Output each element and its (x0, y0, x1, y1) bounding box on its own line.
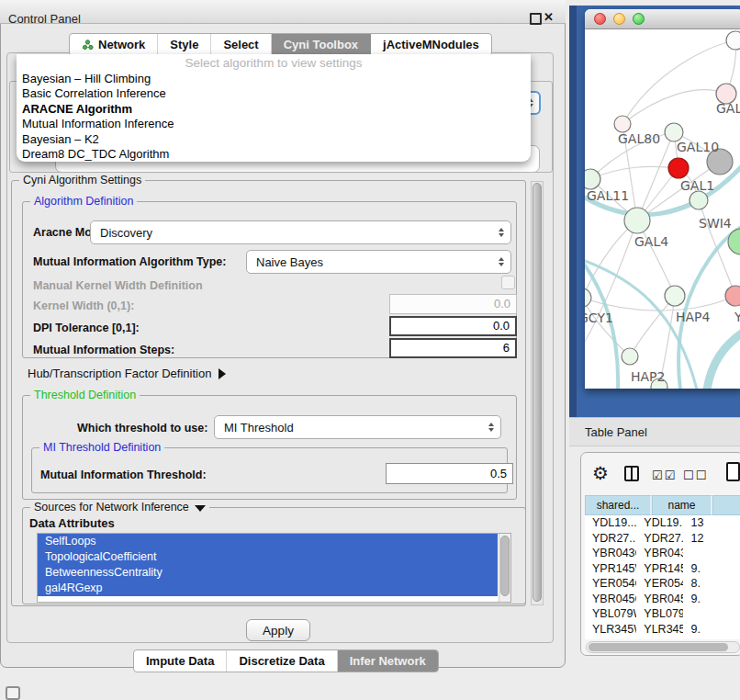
which-threshold-select[interactable]: MI Threshold (214, 415, 501, 439)
algorithm-option[interactable]: Bayesian – K2 (17, 132, 531, 147)
network-graph[interactable]: GAL80GAL10GAL11GAL1SWI4GAL4GCY1HAP4YHAP2… (585, 29, 740, 389)
control-panel-titlebar (0, 0, 566, 24)
kernel-width-field[interactable]: 0.0 (389, 294, 517, 314)
list-scrollbar[interactable] (499, 534, 510, 602)
network-edge[interactable] (585, 220, 637, 298)
table-row[interactable]: YBR043CYBR043C (585, 546, 740, 561)
tab-label: Infer Network (350, 654, 426, 668)
scrollbar-thumb[interactable] (589, 643, 728, 651)
aracne-mode-select[interactable]: Discovery (90, 220, 511, 244)
column-header[interactable]: shared... (585, 495, 652, 515)
sources-legend[interactable]: Sources for Network Inference (30, 501, 209, 514)
table-cell: YIL052C (585, 638, 636, 639)
table-cell: YDL19... (585, 516, 636, 529)
node-label: Y (734, 310, 740, 324)
table-row[interactable]: YLR345WYLR345W9. (585, 622, 740, 638)
mi-threshold-field[interactable]: 0.5 (386, 463, 513, 484)
close-light-icon[interactable] (594, 13, 606, 25)
table-cell: YER054C (636, 577, 683, 590)
algorithm-option[interactable]: Basic Correlation Inference (17, 86, 531, 101)
table-body: YDL19...YDL19...13YDR27...YDR27...12YBR0… (585, 515, 740, 639)
columns-icon[interactable] (624, 466, 639, 481)
table-row[interactable]: YPR145WYPR145W9. (585, 561, 740, 577)
table-panel-title: Table Panel (585, 425, 647, 439)
table-cell: 9 (683, 638, 740, 639)
table-header-row: shared...name (585, 495, 740, 515)
table-row[interactable]: YDR27...YDR27...12 (585, 531, 740, 547)
select-all-icon[interactable]: ☑☑ (652, 469, 677, 482)
attribute-item[interactable]: gal4RGexp (38, 581, 498, 596)
tab-network[interactable]: Network (70, 34, 158, 55)
document-icon[interactable] (726, 462, 740, 481)
network-node[interactable] (585, 288, 591, 307)
settings-vertical-scrollbar[interactable] (531, 181, 544, 605)
network-node[interactable] (624, 208, 650, 233)
network-node[interactable] (668, 158, 689, 178)
data-attributes-label: Data Attributes (29, 516, 115, 530)
deselect-all-icon[interactable]: ☐☐ (683, 469, 708, 482)
attribute-item[interactable]: SelfLoops (38, 534, 498, 549)
dpi-tolerance-field[interactable]: 0.0 (389, 316, 517, 336)
mi-algorithm-type-select[interactable]: Naive Bayes (246, 250, 511, 274)
table-row[interactable]: YIL052CYIL052C9 (585, 637, 740, 639)
network-edge-highlighted[interactable] (707, 333, 740, 389)
network-node[interactable] (728, 229, 740, 254)
table-row[interactable]: YDL19...YDL19...13 (585, 515, 740, 531)
scrollbar-thumb[interactable] (533, 183, 542, 602)
column-header[interactable] (712, 495, 740, 515)
tab-impute-data[interactable]: Impute Data (134, 650, 227, 672)
data-attributes-list[interactable]: SelfLoopsTopologicalCoefficientBetweenne… (37, 533, 511, 603)
algorithm-option[interactable]: Mutual Information Inference (17, 117, 531, 131)
minimized-panel-icon[interactable] (6, 686, 20, 700)
network-window-titlebar[interactable] (585, 9, 740, 29)
table-cell: YLR345W (585, 623, 636, 636)
network-node[interactable] (665, 123, 683, 141)
table-cell: 13 (683, 516, 740, 529)
hub-definition-toggle[interactable]: Hub/Transcription Factor Definition (28, 367, 226, 380)
minimize-light-icon[interactable] (613, 13, 625, 25)
tab-discretize-data[interactable]: Discretize Data (227, 650, 337, 672)
float-window-icon[interactable] (530, 13, 542, 25)
tab-label: Impute Data (146, 654, 214, 668)
expand-arrow-icon (219, 368, 226, 379)
table-horizontal-scrollbar[interactable] (586, 641, 740, 653)
network-node[interactable] (665, 286, 685, 306)
node-label: HAP2 (631, 369, 665, 384)
control-panel-tabbar: NetworkStyleSelectCyni ToolboxjActiveMNo… (69, 33, 492, 56)
manual-kernel-width-checkbox[interactable] (501, 276, 515, 289)
gear-icon[interactable]: ⚙ (592, 462, 609, 484)
tab-select[interactable]: Select (211, 34, 271, 55)
manual-kernel-width-label: Manual Kernel Width Definition (33, 279, 203, 292)
network-node[interactable] (726, 31, 740, 50)
algorithm-option[interactable]: Dream8 DC_TDC Algorithm (17, 147, 531, 162)
network-node[interactable] (622, 348, 638, 365)
zoom-light-icon[interactable] (633, 13, 645, 25)
tab-jactivemnodules[interactable]: jActiveMNodules (371, 34, 491, 55)
network-node[interactable] (585, 169, 600, 189)
mi-steps-label: Mutual Information Steps: (33, 344, 174, 356)
algorithm-option[interactable]: Bayesian – Hill Climbing (17, 72, 531, 86)
tab-cyni-toolbox[interactable]: Cyni Toolbox (272, 34, 371, 55)
network-edge[interactable] (590, 166, 678, 179)
algorithm-dropdown-popup: Select algorithm to view settings Bayesi… (17, 54, 531, 162)
tab-style[interactable]: Style (158, 34, 211, 55)
column-header[interactable]: name (652, 495, 712, 515)
table-row[interactable]: YBR045CYBR045C9. (585, 592, 740, 607)
mi-steps-field[interactable]: 6 (389, 338, 517, 358)
node-label: GAL (716, 101, 740, 116)
table-row[interactable]: YER054CYER054C8. (585, 576, 740, 592)
table-row[interactable]: YBL079WYBL079W (585, 606, 740, 622)
network-node[interactable] (725, 286, 740, 306)
algorithm-option[interactable]: ARACNE Algorithm (17, 102, 531, 117)
attribute-item[interactable]: TopologicalCoefficient (38, 549, 498, 565)
apply-button[interactable]: Apply (246, 619, 310, 641)
network-icon (82, 40, 94, 51)
tab-infer-network[interactable]: Infer Network (338, 650, 438, 672)
scrollbar-thumb[interactable] (500, 536, 510, 596)
network-edge[interactable] (622, 90, 726, 124)
network-node[interactable] (690, 191, 708, 209)
attribute-item[interactable]: BetweennessCentrality (38, 565, 498, 581)
control-panel-title: Control Panel (8, 12, 81, 26)
network-node[interactable] (614, 116, 631, 132)
close-icon[interactable]: ✕ (544, 10, 554, 24)
